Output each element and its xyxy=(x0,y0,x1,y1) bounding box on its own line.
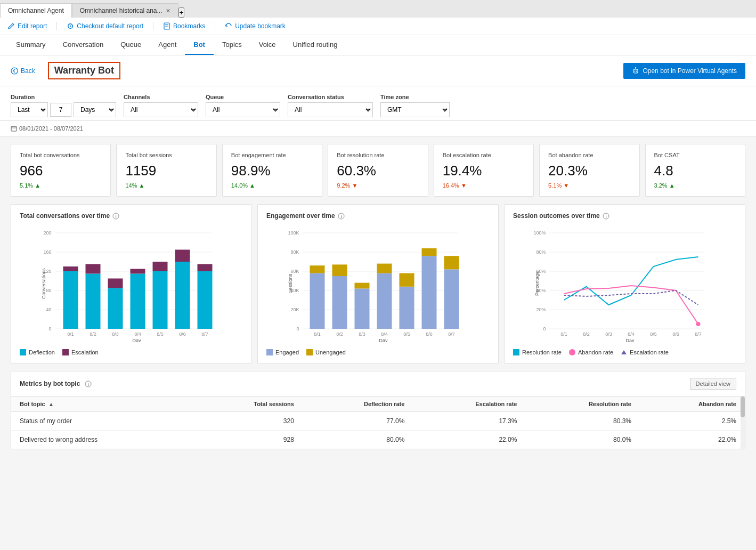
chart1-legend: Deflection Escalation xyxy=(20,349,243,355)
metric-title-3: Bot resolution rate xyxy=(337,152,419,158)
browser-tabs: Omnichannel Agent Omnichannel historical… xyxy=(0,0,756,18)
duration-dropdown[interactable]: Last xyxy=(11,102,48,117)
metric-delta-2: 14.0% ▲ xyxy=(231,182,313,189)
nav-tab-bot[interactable]: Bot xyxy=(185,35,214,55)
back-button[interactable]: Back xyxy=(11,67,35,75)
svg-rect-45 xyxy=(198,271,213,329)
cell-deflection-0: 77.0% xyxy=(303,412,413,431)
svg-text:80K: 80K xyxy=(290,249,299,255)
checkout-default-button[interactable]: Checkout default report xyxy=(67,22,143,30)
detailed-view-button[interactable]: Detailed view xyxy=(690,378,736,390)
close-tab-icon[interactable]: ✕ xyxy=(166,7,170,14)
svg-rect-30 xyxy=(86,274,101,329)
svg-rect-67 xyxy=(332,276,347,329)
nav-tab-topics[interactable]: Topics xyxy=(214,35,250,55)
duration-select[interactable]: Last xyxy=(11,102,48,117)
queue-select[interactable]: All xyxy=(206,102,280,117)
page-header: Back Warranty Bot Open bot in Power Virt… xyxy=(0,55,756,86)
open-bot-button[interactable]: Open bot in Power Virtual Agents xyxy=(623,63,745,79)
nav-tab-unified-routing[interactable]: Unified routing xyxy=(284,35,346,55)
channels-filter: Channels All ▾ xyxy=(124,94,198,117)
svg-rect-76 xyxy=(400,287,414,329)
metric-value-0: 966 xyxy=(20,163,102,179)
metric-delta-0: 5.1% ▲ xyxy=(20,182,102,189)
cell-escalation-1: 22.0% xyxy=(413,431,525,449)
svg-text:8/3: 8/3 xyxy=(605,331,612,337)
svg-text:8/1: 8/1 xyxy=(67,331,74,337)
svg-text:i: i xyxy=(340,214,342,219)
metric-title-2: Bot engagement rate xyxy=(231,152,313,158)
svg-rect-9 xyxy=(11,126,17,131)
svg-text:0: 0 xyxy=(296,326,299,331)
update-bookmark-button[interactable]: Update bookmark xyxy=(225,22,286,30)
nav-tab-voice[interactable]: Voice xyxy=(250,35,284,55)
chart3-title: Session outcomes over time i xyxy=(513,212,736,220)
metric-value-5: 20.3% xyxy=(548,163,630,179)
svg-point-3 xyxy=(11,68,18,74)
filters-bar: Duration Last Days ▾ Channels All ▾ xyxy=(0,86,756,121)
date-range-text: 08/01/2021 - 08/07/2021 xyxy=(19,125,83,132)
duration-unit-select[interactable]: Days xyxy=(74,102,116,117)
svg-text:8/7: 8/7 xyxy=(695,331,702,337)
metric-delta-5: 5.1% ▼ xyxy=(548,182,630,189)
svg-rect-40 xyxy=(153,262,168,271)
duration-unit-dropdown[interactable]: Days ▾ xyxy=(74,102,116,117)
timezone-dropdown[interactable]: GMT ▾ xyxy=(380,102,450,117)
duration-number-input[interactable] xyxy=(50,103,71,117)
svg-rect-83 xyxy=(444,256,459,269)
nav-tab-queue[interactable]: Queue xyxy=(112,35,150,55)
back-icon xyxy=(11,67,18,75)
timezone-filter: Time zone GMT ▾ xyxy=(380,94,450,117)
svg-text:8/2: 8/2 xyxy=(336,331,343,337)
col-resolution-rate: Resolution rate xyxy=(525,397,640,412)
svg-text:8/2: 8/2 xyxy=(90,331,96,337)
cell-abandon-1: 22.0% xyxy=(640,431,745,449)
svg-text:0: 0 xyxy=(48,326,51,331)
tab-omnichannel-agent[interactable]: Omnichannel Agent xyxy=(0,3,72,18)
edit-report-button[interactable]: Edit report xyxy=(7,22,47,30)
chart-outcomes: Session outcomes over time i 100% 80% 60… xyxy=(504,204,745,363)
svg-text:8/3: 8/3 xyxy=(359,331,365,337)
metric-delta-4: 16.4% ▼ xyxy=(443,182,525,189)
svg-text:160: 160 xyxy=(43,249,51,255)
cell-sessions-0: 320 xyxy=(193,412,303,431)
scrollbar-thumb[interactable] xyxy=(741,397,745,417)
col-deflection-rate: Deflection rate xyxy=(303,397,413,412)
svg-text:20%: 20% xyxy=(536,307,546,312)
toolbar-separator-3 xyxy=(215,22,215,30)
tab-historical[interactable]: Omnichannel historical ana... ✕ xyxy=(72,3,178,18)
channels-select[interactable]: All xyxy=(124,102,198,117)
svg-rect-68 xyxy=(332,264,347,276)
cell-sessions-1: 928 xyxy=(193,431,303,449)
svg-text:200: 200 xyxy=(43,230,51,236)
timezone-select[interactable]: GMT xyxy=(380,102,450,117)
svg-text:100%: 100% xyxy=(533,230,546,236)
svg-point-6 xyxy=(636,70,637,71)
bot-topic-table: Bot topic Total sessions Deflection rate… xyxy=(11,397,745,449)
svg-rect-80 xyxy=(422,248,437,256)
svg-text:Conversations: Conversations xyxy=(41,268,46,299)
channels-dropdown[interactable]: All ▾ xyxy=(124,102,198,117)
nav-tab-agent[interactable]: Agent xyxy=(150,35,185,55)
svg-rect-31 xyxy=(86,264,101,274)
svg-rect-71 xyxy=(355,283,370,289)
metric-card-2: Bot engagement rate 98.9% 14.0% ▲ xyxy=(222,144,322,197)
svg-text:Day: Day xyxy=(379,338,388,342)
col-escalation-rate: Escalation rate xyxy=(413,397,525,412)
svg-text:60K: 60K xyxy=(290,269,299,274)
svg-text:8/6: 8/6 xyxy=(179,331,186,337)
conv-status-select[interactable]: All xyxy=(288,102,373,117)
svg-rect-65 xyxy=(310,265,325,273)
conversation-status-filter: Conversation status All ▾ xyxy=(288,94,373,117)
bookmarks-button[interactable]: Bookmarks xyxy=(163,22,205,30)
nav-tab-conversation[interactable]: Conversation xyxy=(54,35,112,55)
nav-tab-summary[interactable]: Summary xyxy=(7,35,54,55)
date-range-bar: 08/01/2021 - 08/07/2021 xyxy=(0,121,756,136)
svg-text:Day: Day xyxy=(625,338,635,342)
conv-status-dropdown[interactable]: All ▾ xyxy=(288,102,373,117)
chart-engagement: Engagement over time i 100K 80K 60K 40K … xyxy=(257,204,499,363)
add-tab-button[interactable]: + xyxy=(178,7,185,18)
svg-rect-79 xyxy=(422,256,437,329)
svg-text:i: i xyxy=(605,214,606,219)
queue-dropdown[interactable]: All ▾ xyxy=(206,102,280,117)
